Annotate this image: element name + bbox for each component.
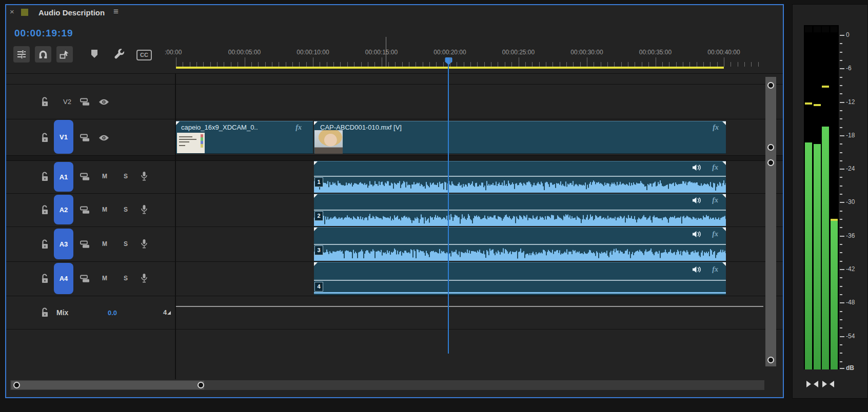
track-target-badge-a4[interactable]: A4 <box>54 263 73 294</box>
mic-icon[interactable] <box>141 171 148 181</box>
current-timecode[interactable]: 00:00:19:19 <box>14 28 73 39</box>
mic-icon[interactable] <box>141 273 148 283</box>
track-label-v2[interactable]: V2 <box>63 98 71 106</box>
solo-button[interactable]: S <box>124 206 128 213</box>
ruler-tick <box>511 62 512 67</box>
captions-icon[interactable]: CC <box>136 50 152 60</box>
mic-icon[interactable] <box>141 239 148 249</box>
meter-level-bar <box>831 220 838 369</box>
ruler-tick <box>388 62 389 67</box>
scrollbar-handle[interactable] <box>767 159 774 166</box>
ruler-tick <box>717 62 718 67</box>
timeline-display-settings-button[interactable] <box>13 46 30 63</box>
solo-button[interactable]: S <box>124 240 128 248</box>
ruler-tick <box>491 62 491 67</box>
track-target-badge-a3[interactable]: A3 <box>54 229 73 259</box>
ruler-label: 00:00:35:00 <box>625 49 686 56</box>
mute-button[interactable]: M <box>102 275 107 282</box>
eye-icon[interactable] <box>98 134 109 141</box>
mute-button[interactable]: M <box>102 206 107 213</box>
meter-scale-tick <box>840 118 842 119</box>
scrollbar-handle[interactable] <box>767 357 774 363</box>
audio-clip-a2[interactable]: fx 2 <box>314 194 726 226</box>
ruler-tick <box>560 62 560 67</box>
mix-track-label: Mix <box>56 308 68 317</box>
video-clip-capeio[interactable]: capeio_16x9_XDCAM_0.. fx <box>176 121 313 154</box>
clip-corner <box>722 194 726 198</box>
mix-volume-line[interactable] <box>176 306 763 307</box>
close-panel-icon[interactable]: × <box>10 7 14 16</box>
audio-clip-a4[interactable]: fx 4 <box>314 262 726 295</box>
clip-divider <box>314 210 726 211</box>
vertical-scrollbar[interactable] <box>765 77 776 366</box>
source-patch-icon[interactable] <box>80 240 90 249</box>
clip-corner <box>314 161 318 165</box>
meter-scale-tick <box>840 93 842 94</box>
track-target-badge-v1[interactable]: V1 <box>54 120 73 154</box>
source-patch-icon[interactable] <box>80 275 90 283</box>
meter-peak-indicator <box>822 86 829 88</box>
meter-scale-label: -48 <box>846 299 855 306</box>
scrollbar-handle[interactable] <box>767 82 774 89</box>
linked-selection-button[interactable] <box>56 46 73 63</box>
lock-icon[interactable] <box>40 172 49 181</box>
ruler-tick <box>546 62 546 67</box>
meter-scale-label: -42 <box>846 265 855 273</box>
ruler-tick <box>744 62 745 67</box>
keyframe-channels-icon[interactable]: 4 <box>163 308 171 316</box>
lock-icon[interactable] <box>40 97 49 107</box>
source-patch-icon[interactable] <box>80 173 90 181</box>
horizontal-scrollbar-thumb[interactable] <box>11 381 204 389</box>
ruler-tick <box>669 62 669 67</box>
snap-button[interactable] <box>35 46 51 63</box>
ruler-tick <box>628 62 628 67</box>
source-patch-icon[interactable] <box>80 206 90 214</box>
mix-volume-value[interactable]: 0.0 <box>108 309 117 317</box>
mute-button[interactable]: M <box>102 240 107 248</box>
source-patch-icon[interactable] <box>80 134 90 142</box>
scrollbar-handle[interactable] <box>198 382 204 388</box>
wrench-icon[interactable] <box>113 48 125 59</box>
video-audio-divider[interactable] <box>6 155 783 161</box>
playhead-line[interactable] <box>448 64 449 354</box>
eye-icon[interactable] <box>98 98 109 106</box>
track-target-badge-a1[interactable]: A1 <box>54 162 73 192</box>
meter-scale-tick <box>840 143 842 145</box>
scrollbar-handle[interactable] <box>13 382 20 388</box>
meter-range-icon[interactable] <box>806 380 819 388</box>
playhead-marker[interactable] <box>444 57 453 68</box>
panel-menu-icon[interactable]: ≡ <box>113 7 119 17</box>
ruler-label: 00:00:20:00 <box>419 49 481 56</box>
ruler-tick <box>648 62 649 67</box>
source-patch-icon[interactable] <box>80 98 90 106</box>
lock-icon[interactable] <box>40 205 49 215</box>
mute-button[interactable]: M <box>102 173 107 180</box>
add-marker-icon[interactable] <box>91 49 98 58</box>
ruler-tick <box>224 62 224 67</box>
scrollbar-handle[interactable] <box>767 144 774 151</box>
waveform <box>314 177 726 193</box>
meter-scale-label: -36 <box>846 232 855 239</box>
track-target-badge-a2[interactable]: A2 <box>54 195 73 224</box>
video-clip-cap-abcd001[interactable]: CAP-ABCD001-010.mxf [V] fx <box>314 121 726 154</box>
meter-range-icon[interactable] <box>822 380 835 388</box>
meter-scale-tick <box>840 127 842 128</box>
meter-scale-tick <box>840 202 844 203</box>
audio-clip-a3[interactable]: fx 3 <box>314 227 726 261</box>
lock-icon[interactable] <box>40 274 49 283</box>
solo-button[interactable]: S <box>124 173 128 180</box>
ruler-tick <box>245 57 245 67</box>
meter-scale-tick <box>840 236 844 237</box>
lock-icon[interactable] <box>40 133 49 142</box>
channel-number: 2 <box>314 211 323 221</box>
lock-icon[interactable] <box>40 307 49 317</box>
audio-clip-a1[interactable]: fx 1 <box>314 161 726 193</box>
ruler-label: 00:00:15:00 <box>351 49 412 56</box>
lock-icon[interactable] <box>40 239 49 249</box>
meter-level-bar <box>822 127 829 369</box>
mic-icon[interactable] <box>141 204 148 215</box>
meter-peak-indicator <box>831 219 838 221</box>
track-header-divider[interactable] <box>175 74 176 379</box>
solo-button[interactable]: S <box>124 275 128 282</box>
ruler-tick <box>382 57 382 67</box>
